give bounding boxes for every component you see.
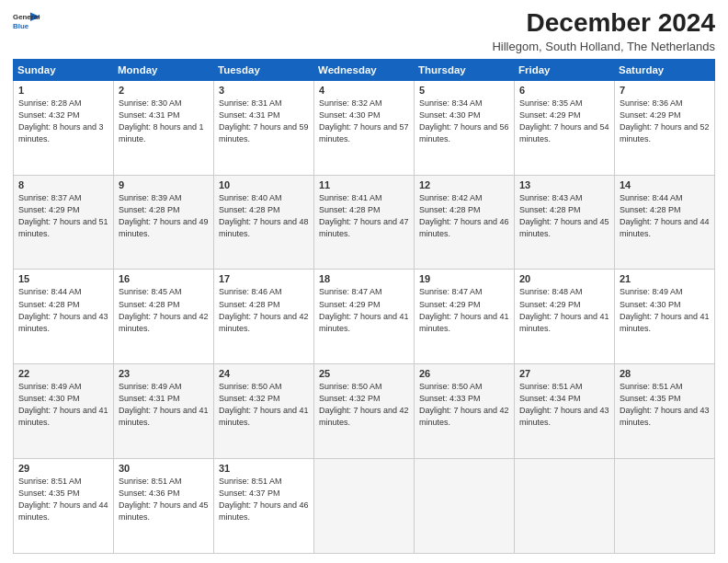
day-number: 22 — [18, 368, 108, 379]
day-info: Sunrise: 8:45 AMSunset: 4:28 PMDaylight:… — [119, 286, 209, 334]
day-number: 11 — [319, 179, 409, 190]
calendar-cell: 1Sunrise: 8:28 AMSunset: 4:32 PMDaylight… — [14, 80, 114, 175]
header: General Blue December 2024 Hillegom, Sou… — [13, 9, 715, 53]
calendar-cell: 28Sunrise: 8:51 AMSunset: 4:35 PMDayligh… — [615, 364, 715, 459]
calendar-cell: 29Sunrise: 8:51 AMSunset: 4:35 PMDayligh… — [14, 459, 114, 554]
day-info: Sunrise: 8:32 AMSunset: 4:30 PMDaylight:… — [319, 98, 409, 145]
day-info: Sunrise: 8:43 AMSunset: 4:28 PMDaylight:… — [519, 192, 609, 240]
day-info: Sunrise: 8:49 AMSunset: 4:30 PMDaylight:… — [620, 286, 710, 334]
svg-text:General: General — [13, 13, 40, 21]
title-block: December 2024 Hillegom, South Holland, T… — [492, 9, 715, 53]
calendar-header-row: SundayMondayTuesdayWednesdayThursdayFrid… — [14, 59, 715, 80]
calendar-cell: 23Sunrise: 8:49 AMSunset: 4:31 PMDayligh… — [114, 364, 214, 459]
calendar-cell: 21Sunrise: 8:49 AMSunset: 4:30 PMDayligh… — [615, 270, 715, 364]
day-info: Sunrise: 8:44 AMSunset: 4:28 PMDaylight:… — [18, 286, 108, 334]
day-info: Sunrise: 8:50 AMSunset: 4:32 PMDaylight:… — [219, 381, 309, 429]
calendar-week-row: 1Sunrise: 8:28 AMSunset: 4:32 PMDaylight… — [14, 80, 715, 175]
day-number: 24 — [219, 368, 309, 379]
day-number: 17 — [219, 273, 309, 284]
calendar-cell: 7Sunrise: 8:36 AMSunset: 4:29 PMDaylight… — [615, 80, 715, 175]
day-info: Sunrise: 8:28 AMSunset: 4:32 PMDaylight:… — [18, 98, 108, 145]
day-info: Sunrise: 8:44 AMSunset: 4:28 PMDaylight:… — [620, 192, 710, 240]
day-info: Sunrise: 8:37 AMSunset: 4:29 PMDaylight:… — [18, 192, 108, 240]
calendar-week-row: 15Sunrise: 8:44 AMSunset: 4:28 PMDayligh… — [14, 270, 715, 364]
day-number: 6 — [519, 85, 609, 96]
col-header-thursday: Thursday — [415, 59, 515, 80]
day-number: 26 — [419, 368, 509, 379]
day-info: Sunrise: 8:49 AMSunset: 4:31 PMDaylight:… — [119, 381, 209, 429]
calendar-cell: 6Sunrise: 8:35 AMSunset: 4:29 PMDaylight… — [515, 80, 615, 175]
day-number: 10 — [219, 179, 309, 190]
day-info: Sunrise: 8:41 AMSunset: 4:28 PMDaylight:… — [319, 192, 409, 240]
day-number: 5 — [419, 85, 509, 96]
day-info: Sunrise: 8:46 AMSunset: 4:28 PMDaylight:… — [219, 286, 309, 334]
calendar-cell: 13Sunrise: 8:43 AMSunset: 4:28 PMDayligh… — [515, 175, 615, 270]
day-number: 9 — [119, 179, 209, 190]
calendar-cell: 20Sunrise: 8:48 AMSunset: 4:29 PMDayligh… — [515, 270, 615, 364]
calendar-week-row: 29Sunrise: 8:51 AMSunset: 4:35 PMDayligh… — [14, 459, 715, 554]
day-info: Sunrise: 8:35 AMSunset: 4:29 PMDaylight:… — [519, 98, 609, 145]
day-number: 16 — [119, 273, 209, 284]
logo: General Blue — [13, 9, 40, 33]
day-info: Sunrise: 8:51 AMSunset: 4:35 PMDaylight:… — [620, 381, 710, 429]
day-number: 21 — [620, 273, 710, 284]
day-info: Sunrise: 8:50 AMSunset: 4:32 PMDaylight:… — [319, 381, 409, 429]
day-number: 20 — [519, 273, 609, 284]
calendar-cell — [515, 459, 615, 554]
calendar-cell: 26Sunrise: 8:50 AMSunset: 4:33 PMDayligh… — [415, 364, 515, 459]
calendar-cell — [415, 459, 515, 554]
day-info: Sunrise: 8:47 AMSunset: 4:29 PMDaylight:… — [419, 286, 509, 334]
day-number: 1 — [18, 85, 108, 96]
calendar-cell: 30Sunrise: 8:51 AMSunset: 4:36 PMDayligh… — [114, 459, 214, 554]
calendar-cell — [314, 459, 415, 554]
main-title: December 2024 — [492, 9, 715, 38]
day-number: 12 — [419, 179, 509, 190]
logo-icon: General Blue — [13, 9, 40, 33]
calendar-cell: 11Sunrise: 8:41 AMSunset: 4:28 PMDayligh… — [314, 175, 415, 270]
day-number: 14 — [620, 179, 710, 190]
calendar-cell: 10Sunrise: 8:40 AMSunset: 4:28 PMDayligh… — [214, 175, 314, 270]
day-number: 23 — [119, 368, 209, 379]
day-number: 4 — [319, 85, 409, 96]
day-info: Sunrise: 8:50 AMSunset: 4:33 PMDaylight:… — [419, 381, 509, 429]
calendar-cell: 25Sunrise: 8:50 AMSunset: 4:32 PMDayligh… — [314, 364, 415, 459]
day-number: 28 — [620, 368, 710, 379]
day-number: 31 — [219, 463, 309, 474]
calendar-cell: 27Sunrise: 8:51 AMSunset: 4:34 PMDayligh… — [515, 364, 615, 459]
col-header-monday: Monday — [114, 59, 214, 80]
subtitle: Hillegom, South Holland, The Netherlands — [492, 40, 715, 53]
col-header-sunday: Sunday — [14, 59, 114, 80]
calendar-cell: 4Sunrise: 8:32 AMSunset: 4:30 PMDaylight… — [314, 80, 415, 175]
col-header-saturday: Saturday — [615, 59, 715, 80]
day-number: 25 — [319, 368, 409, 379]
day-info: Sunrise: 8:34 AMSunset: 4:30 PMDaylight:… — [419, 98, 509, 145]
calendar-cell: 2Sunrise: 8:30 AMSunset: 4:31 PMDaylight… — [114, 80, 214, 175]
day-number: 30 — [119, 463, 209, 474]
day-number: 27 — [519, 368, 609, 379]
day-info: Sunrise: 8:49 AMSunset: 4:30 PMDaylight:… — [18, 381, 108, 429]
day-number: 7 — [620, 85, 710, 96]
day-info: Sunrise: 8:51 AMSunset: 4:34 PMDaylight:… — [519, 381, 609, 429]
calendar-cell: 18Sunrise: 8:47 AMSunset: 4:29 PMDayligh… — [314, 270, 415, 364]
day-info: Sunrise: 8:30 AMSunset: 4:31 PMDaylight:… — [119, 98, 209, 145]
calendar-cell: 9Sunrise: 8:39 AMSunset: 4:28 PMDaylight… — [114, 175, 214, 270]
col-header-tuesday: Tuesday — [214, 59, 314, 80]
page: General Blue December 2024 Hillegom, Sou… — [0, 0, 728, 563]
day-number: 15 — [18, 273, 108, 284]
day-info: Sunrise: 8:31 AMSunset: 4:31 PMDaylight:… — [219, 98, 309, 145]
day-number: 13 — [519, 179, 609, 190]
calendar-cell: 31Sunrise: 8:51 AMSunset: 4:37 PMDayligh… — [214, 459, 314, 554]
calendar-cell: 19Sunrise: 8:47 AMSunset: 4:29 PMDayligh… — [415, 270, 515, 364]
day-info: Sunrise: 8:39 AMSunset: 4:28 PMDaylight:… — [119, 192, 209, 240]
calendar-week-row: 8Sunrise: 8:37 AMSunset: 4:29 PMDaylight… — [14, 175, 715, 270]
calendar-cell: 14Sunrise: 8:44 AMSunset: 4:28 PMDayligh… — [615, 175, 715, 270]
day-number: 8 — [18, 179, 108, 190]
day-info: Sunrise: 8:36 AMSunset: 4:29 PMDaylight:… — [620, 98, 710, 145]
svg-text:Blue: Blue — [13, 22, 29, 30]
calendar-cell: 3Sunrise: 8:31 AMSunset: 4:31 PMDaylight… — [214, 80, 314, 175]
day-number: 3 — [219, 85, 309, 96]
day-info: Sunrise: 8:48 AMSunset: 4:29 PMDaylight:… — [519, 286, 609, 334]
calendar-cell: 22Sunrise: 8:49 AMSunset: 4:30 PMDayligh… — [14, 364, 114, 459]
calendar-cell: 16Sunrise: 8:45 AMSunset: 4:28 PMDayligh… — [114, 270, 214, 364]
calendar-cell: 17Sunrise: 8:46 AMSunset: 4:28 PMDayligh… — [214, 270, 314, 364]
